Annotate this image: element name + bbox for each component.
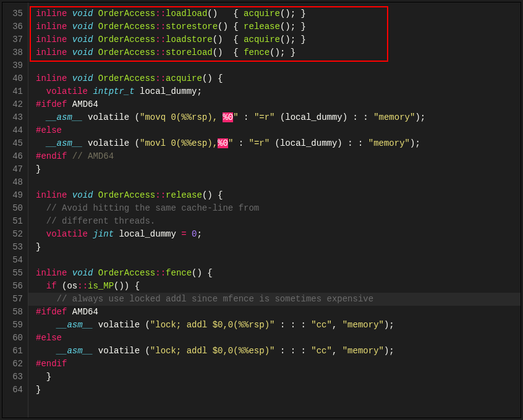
token-kw-inline: inline xyxy=(36,35,67,44)
code-line[interactable]: inline void OrderAccess::acquire() { xyxy=(28,72,521,85)
code-line[interactable]: #else xyxy=(28,124,521,137)
token-ppname: AMD64 xyxy=(67,307,98,317)
code-line[interactable]: // Avoid hitting the same cache-line fro… xyxy=(28,202,521,215)
code-line[interactable]: inline void OrderAccess::fence() { xyxy=(28,267,521,280)
token-kw-type: __asm__ xyxy=(46,138,83,148)
code-line[interactable]: } xyxy=(28,163,521,176)
line-number: 41 xyxy=(5,85,23,98)
token-punc: } xyxy=(36,385,41,395)
line-number: 60 xyxy=(5,332,23,345)
token-str: "=r" xyxy=(254,112,275,122)
token-str: "lock; addl $0,0(%%esp)" xyxy=(150,346,275,356)
line-number: 43 xyxy=(5,111,23,124)
token-kw-inline: inline xyxy=(36,22,67,32)
code-line[interactable]: __asm__ volatile ("lock; addl $0,0(%%rsp… xyxy=(28,319,521,332)
code-line[interactable]: // always use locked addl since mfence i… xyxy=(28,293,521,306)
token-str: " xyxy=(233,112,238,122)
code-line[interactable]: } xyxy=(28,241,521,254)
token-txt: , xyxy=(332,320,342,330)
token-txt xyxy=(36,346,57,356)
token-fn: loadload xyxy=(166,9,207,19)
code-line[interactable]: #else xyxy=(28,332,521,345)
token-str: "memory" xyxy=(342,346,384,356)
token-fn: acquire xyxy=(244,9,280,19)
token-txt xyxy=(93,268,98,278)
token-op: :: xyxy=(155,190,166,200)
token-txt xyxy=(36,203,46,213)
token-str: "memory" xyxy=(368,138,410,148)
token-txt xyxy=(67,268,72,278)
token-cls: OrderAccess xyxy=(98,35,155,44)
token-txt xyxy=(93,9,98,19)
code-line[interactable] xyxy=(28,254,521,267)
token-txt: : : : xyxy=(274,320,311,330)
token-kw-inline: inline xyxy=(36,268,67,278)
token-txt: : : : xyxy=(274,346,311,356)
token-str: "=r" xyxy=(249,138,270,148)
code-line[interactable]: __asm__ volatile ("movl 0(%%esp),%0" : "… xyxy=(28,137,521,150)
line-number: 62 xyxy=(5,358,23,371)
code-line[interactable]: inline void OrderAccess::storestore() { … xyxy=(28,20,521,33)
token-txt xyxy=(36,216,46,226)
line-number: 63 xyxy=(5,371,23,384)
code-line[interactable]: #ifdef AMD64 xyxy=(28,306,521,319)
code-line[interactable]: #endif xyxy=(28,358,521,371)
code-area[interactable]: inline void OrderAccess::loadload() { ac… xyxy=(28,2,521,418)
token-fn: release xyxy=(244,22,280,32)
code-line[interactable]: __asm__ volatile ("lock; addl $0,0(%%esp… xyxy=(28,345,521,358)
code-line[interactable]: #endif // AMD64 xyxy=(28,150,521,163)
token-kw-if: if xyxy=(46,281,57,291)
line-number: 58 xyxy=(5,306,23,319)
line-number: 40 xyxy=(5,72,23,85)
code-line[interactable]: // different threads. xyxy=(28,215,521,228)
code-line[interactable]: volatile intptr_t local_dummy; xyxy=(28,85,521,98)
line-number: 47 xyxy=(5,163,23,176)
code-line[interactable]: __asm__ volatile ("movq 0(%%rsp), %0" : … xyxy=(28,111,521,124)
token-kw-pp: #ifdef xyxy=(36,99,67,109)
code-line[interactable]: inline void OrderAccess::release() { xyxy=(28,189,521,202)
token-kw-vol: volatile xyxy=(46,86,88,96)
line-number: 51 xyxy=(5,215,23,228)
token-txt: volatile ( xyxy=(93,320,150,330)
token-str: "movl 0(%%esp), xyxy=(140,138,218,148)
token-fn: loadstore xyxy=(166,35,213,44)
token-hl: %0 xyxy=(218,138,228,148)
token-fn: acquire xyxy=(244,35,280,44)
token-punc: (); } xyxy=(280,9,306,19)
line-number: 44 xyxy=(5,124,23,137)
token-txt xyxy=(67,151,72,161)
code-line[interactable]: #ifdef AMD64 xyxy=(28,98,521,111)
token-txt: ); xyxy=(410,138,420,148)
code-line[interactable] xyxy=(28,176,521,189)
token-ppname: AMD64 xyxy=(67,99,98,109)
token-punc: ; xyxy=(197,229,202,239)
code-line[interactable]: inline void OrderAccess::loadstore() { a… xyxy=(28,33,521,46)
token-op: :: xyxy=(155,22,166,32)
code-editor[interactable]: 3536373839404142434445464748495051525354… xyxy=(2,2,521,418)
token-txt: (local_dummy) : : xyxy=(275,112,374,122)
code-line[interactable]: } xyxy=(28,384,521,397)
token-fn: acquire xyxy=(166,74,202,83)
code-line[interactable]: } xyxy=(28,371,521,384)
token-punc: () { xyxy=(202,74,223,83)
code-line[interactable]: inline void OrderAccess::loadload() { ac… xyxy=(28,7,521,20)
token-kw-pp: #else xyxy=(36,333,62,343)
line-number: 36 xyxy=(5,20,23,33)
token-punc: () { xyxy=(218,22,244,32)
line-number: 64 xyxy=(5,384,23,397)
token-op: = xyxy=(181,229,186,239)
line-number: 52 xyxy=(5,228,23,241)
token-cmt: // always use locked addl since mfence i… xyxy=(57,294,373,304)
token-kw-inline: inline xyxy=(36,190,67,200)
token-kw-vol: volatile xyxy=(46,229,88,239)
token-punc: () { xyxy=(213,35,244,44)
code-line[interactable]: if (os::is_MP()) { xyxy=(28,280,521,293)
token-punc: () { xyxy=(213,48,244,57)
line-number: 46 xyxy=(5,150,23,163)
token-txt: } xyxy=(36,372,51,382)
token-kw-pp: #endif xyxy=(36,151,67,161)
code-line[interactable]: volatile jint local_dummy = 0; xyxy=(28,228,521,241)
code-line[interactable] xyxy=(28,59,521,72)
line-number: 59 xyxy=(5,319,23,332)
code-line[interactable]: inline void OrderAccess::storeload() { f… xyxy=(28,46,521,59)
